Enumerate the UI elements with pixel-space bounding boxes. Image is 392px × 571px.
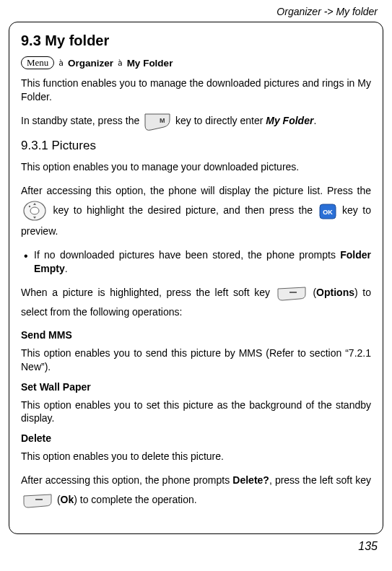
page-content-box: 9.3 My folder Menu à Organizer à My Fold…: [9, 22, 383, 534]
highlight-paragraph: When a picture is highlighted, press the…: [21, 283, 371, 322]
page-number: 135: [0, 534, 392, 553]
m-key-icon: M: [144, 111, 171, 131]
send-mms-heading: Send MMS: [21, 329, 371, 341]
left-softkey-icon: [276, 284, 307, 303]
standby-paragraph: In standby state, press the M key to dir…: [21, 111, 371, 131]
breadcrumb-myfolder: My Folder: [127, 58, 173, 69]
pictures-intro: This option enables you to manage your d…: [21, 160, 371, 174]
arrow-icon: à: [116, 58, 124, 68]
svg-point-2: [30, 207, 39, 214]
bullet-list: If no downloaded pictures have been stor…: [21, 248, 371, 276]
left-softkey-icon: [22, 491, 53, 510]
svg-point-3: [29, 206, 30, 207]
header-breadcrumb: Organizer -> My folder: [0, 0, 392, 22]
menu-key-pill: Menu: [21, 56, 54, 69]
wallpaper-text: This option enables you to set this pict…: [21, 398, 371, 426]
arrow-icon: à: [57, 58, 65, 68]
intro-paragraph: This function enables you to manage the …: [21, 77, 371, 104]
pictures-access-paragraph: After accessing this option, the phone w…: [21, 181, 371, 241]
subsection-heading: 9.3.1 Pictures: [21, 139, 371, 153]
navigation-key-icon: [22, 200, 47, 222]
breadcrumb-organizer: Organizer: [68, 58, 113, 69]
delete-confirm-paragraph: After accessing this option, the phone p…: [21, 471, 371, 510]
delete-text: This option enables you to delete this p…: [21, 450, 371, 463]
svg-text:M: M: [160, 117, 165, 124]
svg-text:OK: OK: [323, 209, 333, 216]
wallpaper-heading: Set Wall Paper: [21, 381, 371, 393]
nav-breadcrumb: Menu à Organizer à My Folder: [21, 56, 371, 69]
section-heading: 9.3 My folder: [21, 32, 371, 49]
list-item: If no downloaded pictures have been stor…: [21, 248, 371, 276]
ok-key-icon: OK: [319, 201, 336, 221]
send-mms-text: This option enables you to send this pic…: [21, 346, 371, 374]
delete-heading: Delete: [21, 432, 371, 444]
